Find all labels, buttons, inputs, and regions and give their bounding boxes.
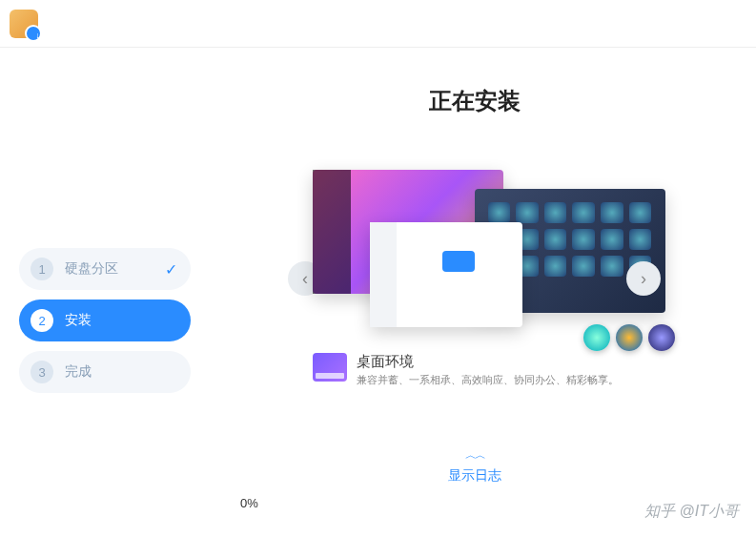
- carousel-slide: 桌面环境 兼容并蓄、一系相承、高效响应、协同办公、精彩畅享。: [313, 170, 637, 387]
- step-number: 2: [31, 309, 53, 332]
- desktop-environment-icon: [313, 353, 347, 382]
- theme-icon-1: [583, 324, 610, 351]
- check-icon: ✓: [165, 260, 177, 279]
- step-disk-partition[interactable]: 1 硬盘分区 ✓: [19, 248, 191, 290]
- theme-icon-3: [648, 324, 675, 351]
- download-badge-icon: ↓: [36, 31, 41, 40]
- chevron-right-icon: ›: [641, 269, 646, 289]
- step-label: 安装: [65, 312, 92, 329]
- theme-icons: [583, 324, 675, 351]
- caption-title: 桌面环境: [357, 353, 619, 371]
- progress-text: 0%: [221, 496, 727, 510]
- installer-app-icon: ↓: [10, 10, 38, 38]
- settings-window-screenshot: [370, 222, 522, 327]
- main-container: 1 硬盘分区 ✓ 2 安装 3 完成 正在安装 ‹: [0, 48, 756, 537]
- step-label: 完成: [65, 363, 92, 381]
- step-finish[interactable]: 3 完成: [19, 351, 191, 393]
- bottom-area: ︿︿ 显示日志 0%: [221, 447, 727, 518]
- expand-chevrons-icon: ︿︿: [465, 447, 484, 464]
- caption-description: 兼容并蓄、一系相承、高效响应、协同办公、精彩畅享。: [357, 373, 619, 387]
- slide-images: [313, 170, 637, 341]
- page-title: 正在安装: [429, 86, 521, 116]
- theme-icon-2: [616, 324, 643, 351]
- top-bar: ↓: [0, 0, 756, 48]
- step-number: 3: [31, 361, 53, 383]
- content-panel: 正在安装 ‹: [202, 57, 746, 527]
- feature-carousel: ‹: [221, 155, 727, 403]
- step-number: 1: [31, 258, 53, 280]
- step-install[interactable]: 2 安装: [19, 299, 191, 341]
- step-label: 硬盘分区: [65, 260, 118, 278]
- show-log-button[interactable]: 显示日志: [448, 467, 501, 485]
- carousel-next-button[interactable]: ›: [626, 261, 661, 296]
- steps-sidebar: 1 硬盘分区 ✓ 2 安装 3 完成: [10, 57, 200, 527]
- chevron-left-icon: ‹: [302, 269, 308, 289]
- slide-caption: 桌面环境 兼容并蓄、一系相承、高效响应、协同办公、精彩畅享。: [313, 353, 637, 387]
